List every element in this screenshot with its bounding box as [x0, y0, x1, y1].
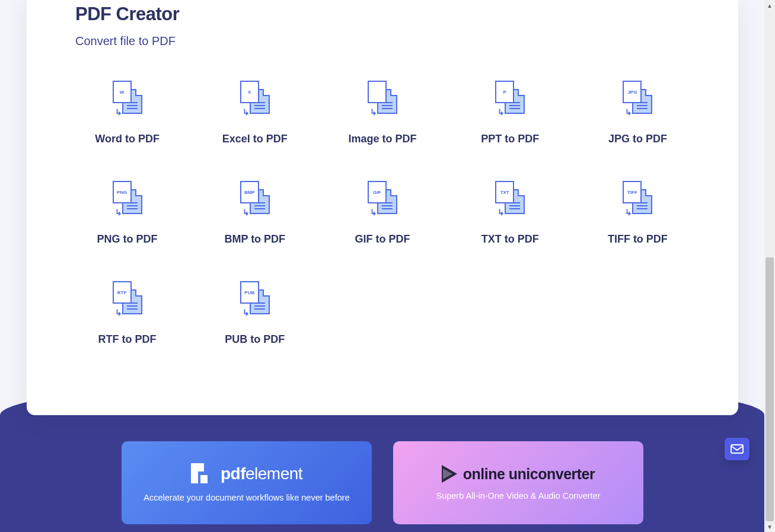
tool-label: GIF to PDF — [355, 233, 410, 246]
pdfelement-logo: pdfelement — [191, 463, 302, 485]
tool-label: PUB to PDF — [225, 333, 285, 346]
tool-label: TXT to PDF — [481, 233, 539, 246]
svg-rect-0 — [731, 445, 743, 453]
ppt-file-icon: P ↳ — [492, 81, 528, 116]
promo-uniconverter[interactable]: online uniconverter Superb All-in-One Vi… — [393, 441, 643, 524]
scroll-up-arrow-icon[interactable]: ▲ — [764, 0, 775, 11]
page-title: PDF Creator — [75, 4, 690, 25]
pub-file-icon: PUB ↳ — [237, 281, 273, 317]
tool-label: Excel to PDF — [222, 133, 288, 145]
vertical-scrollbar[interactable]: ▲ ▼ — [764, 0, 775, 532]
email-fab[interactable] — [725, 438, 750, 460]
txt-file-icon: TXT ↳ — [492, 181, 528, 216]
uniconverter-logo: online uniconverter — [442, 465, 595, 483]
promo-pdfelement[interactable]: pdfelement Accelerate your document work… — [122, 441, 372, 524]
tool-label: JPG to PDF — [608, 133, 667, 145]
rtf-file-icon: RTF ↳ — [109, 281, 146, 317]
promo-row: pdfelement Accelerate your document work… — [122, 441, 643, 524]
pdfelement-mark-icon — [191, 463, 215, 485]
tool-pub-to-pdf[interactable]: PUB ↳ PUB to PDF — [203, 281, 307, 346]
tool-tiff-to-pdf[interactable]: TIFF ↳ TIFF to PDF — [586, 181, 690, 246]
scrollbar-thumb[interactable] — [766, 257, 774, 521]
excel-file-icon: X ↳ — [237, 81, 273, 116]
tool-label: RTF to PDF — [98, 333, 157, 346]
tool-png-to-pdf[interactable]: PNG ↳ PNG to PDF — [75, 181, 179, 246]
tools-grid: W ↳ Word to PDF X ↳ Excel to PDF ↳ — [75, 81, 690, 346]
mail-icon — [731, 444, 744, 454]
pdfelement-tagline: Accelerate your document workflows like … — [143, 493, 349, 502]
tool-excel-to-pdf[interactable]: X ↳ Excel to PDF — [203, 81, 307, 145]
play-triangle-icon — [442, 465, 457, 483]
word-file-icon: W ↳ — [109, 81, 146, 116]
page-subtitle: Convert file to PDF — [75, 34, 690, 48]
tool-txt-to-pdf[interactable]: TXT ↳ TXT to PDF — [458, 181, 562, 246]
tool-label: PPT to PDF — [481, 133, 539, 145]
tool-gif-to-pdf[interactable]: GIF ↳ GIF to PDF — [330, 181, 434, 246]
image-file-icon: ↳ — [364, 81, 401, 116]
jpg-file-icon: JPG ↳ — [619, 81, 656, 116]
gif-file-icon: GIF ↳ — [364, 181, 401, 216]
tool-label: Word to PDF — [95, 133, 160, 145]
png-file-icon: PNG ↳ — [109, 181, 146, 216]
tool-label: Image to PDF — [348, 133, 416, 145]
tool-image-to-pdf[interactable]: ↳ Image to PDF — [330, 81, 434, 145]
uniconverter-wordmark: online uniconverter — [463, 466, 595, 483]
pdfelement-wordmark: pdfelement — [221, 464, 302, 483]
tool-bmp-to-pdf[interactable]: BMP ↳ BMP to PDF — [203, 181, 307, 246]
tool-label: TIFF to PDF — [608, 233, 668, 246]
tool-label: BMP to PDF — [224, 233, 285, 246]
pdf-creator-panel: PDF Creator Convert file to PDF W ↳ Word… — [27, 0, 738, 415]
uniconverter-tagline: Superb All-in-One Video & Audio Converte… — [436, 491, 600, 501]
tool-rtf-to-pdf[interactable]: RTF ↳ RTF to PDF — [75, 281, 179, 346]
tiff-file-icon: TIFF ↳ — [619, 181, 656, 216]
scroll-down-arrow-icon[interactable]: ▼ — [764, 521, 775, 532]
tool-word-to-pdf[interactable]: W ↳ Word to PDF — [75, 81, 179, 145]
tool-jpg-to-pdf[interactable]: JPG ↳ JPG to PDF — [586, 81, 690, 145]
tool-ppt-to-pdf[interactable]: P ↳ PPT to PDF — [458, 81, 562, 145]
tool-label: PNG to PDF — [97, 233, 158, 246]
bmp-file-icon: BMP ↳ — [237, 181, 273, 216]
